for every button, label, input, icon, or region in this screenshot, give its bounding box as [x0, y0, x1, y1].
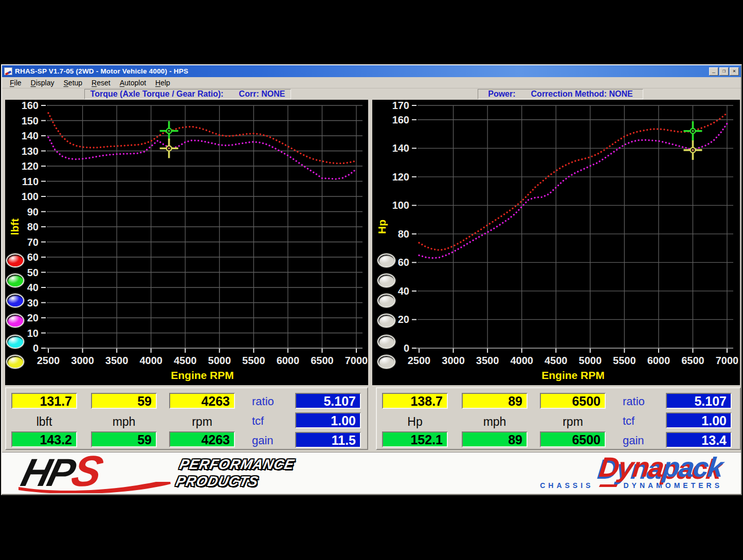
- torque-chart-panel: 0102030405060708090100110120130140150160…: [5, 100, 368, 385]
- svg-text:3000: 3000: [71, 355, 94, 366]
- svg-text:6000: 6000: [647, 355, 670, 366]
- svg-text:160: 160: [22, 100, 39, 111]
- tcf-label: tcf: [623, 414, 664, 428]
- torque-readout-panel: 131.7594263lbftmphrpm143.2594263ratio5.1…: [5, 387, 368, 450]
- svg-text:100: 100: [22, 191, 39, 202]
- power-header: Power: Correction Method: NONE: [478, 89, 643, 99]
- hps-logo: HPS PERFORMANCE PRODUCTS: [17, 455, 347, 492]
- svg-text:4000: 4000: [510, 355, 533, 366]
- power-readout-panel: 138.7896500Hpmphrpm152.1896500ratio5.107…: [376, 387, 741, 450]
- screen: RHAS-SP V1.7-05 (2WD - Motor Vehicle 400…: [0, 0, 743, 560]
- svg-text:5500: 5500: [613, 355, 636, 366]
- menu-file[interactable]: File: [5, 78, 26, 88]
- svg-text:90: 90: [27, 206, 39, 218]
- minimize-button[interactable]: _: [709, 67, 718, 76]
- tcf-value: 1.00: [295, 412, 361, 428]
- channel-button-red[interactable]: [6, 254, 24, 267]
- channel-button-yellow[interactable]: [6, 355, 24, 369]
- power-run-red-curve: [419, 113, 727, 250]
- svg-text:3500: 3500: [105, 355, 129, 366]
- unit-label-rpm: rpm: [540, 415, 606, 429]
- dynapack-wordmark: Dynapack: [538, 453, 723, 481]
- power-header-correction: Correction Method: NONE: [531, 89, 633, 99]
- y-axis-label: Hp: [376, 220, 388, 234]
- svg-text:4000: 4000: [139, 355, 162, 366]
- menu-reset[interactable]: Reset: [87, 78, 115, 88]
- channel-button-green[interactable]: [6, 274, 24, 287]
- menu-setup[interactable]: Setup: [59, 78, 87, 88]
- x-axis-label: Engine RPM: [171, 369, 234, 381]
- yellow-cursor-crosshair[interactable]: [683, 140, 702, 160]
- power-chart[interactable]: 0204060801001201401601702500300035004000…: [372, 100, 740, 385]
- chart-header-strip: Torque (Axle Torque / Gear Ratio): Corr:…: [2, 88, 741, 100]
- gain-label: gain: [252, 434, 293, 447]
- restore-button[interactable]: ❐: [719, 67, 729, 76]
- channel-button-gray-3[interactable]: [377, 294, 395, 308]
- svg-text:160: 160: [392, 114, 409, 125]
- green-cursor-crosshair[interactable]: [683, 121, 702, 141]
- menu-autoplot[interactable]: Autoplot: [115, 78, 151, 88]
- svg-text:20: 20: [27, 312, 39, 323]
- channel-button-gray-1[interactable]: [377, 254, 395, 267]
- dynapack-dash: [599, 484, 618, 487]
- window-title: RHAS-SP V1.7-05 (2WD - Motor Vehicle 400…: [15, 67, 709, 75]
- svg-text:170: 170: [392, 100, 409, 111]
- cursor1-mph-value: 89: [462, 393, 528, 409]
- channel-button-blue[interactable]: [6, 294, 24, 308]
- logo-strip: HPS PERFORMANCE PRODUCTS Dynapack CHASSI…: [2, 453, 741, 494]
- svg-text:80: 80: [398, 228, 409, 240]
- svg-text:6500: 6500: [681, 355, 704, 366]
- channel-button-gray-4[interactable]: [377, 314, 395, 328]
- letterbox-top: [0, 0, 743, 64]
- green-cursor-crosshair[interactable]: [160, 121, 178, 141]
- torque-header-correction: Corr: NONE: [239, 89, 285, 99]
- dynapack-tagline: CHASSIS DYNAMOMETERS: [540, 481, 722, 490]
- gain-value: 13.4: [666, 432, 732, 448]
- svg-text:140: 140: [22, 130, 39, 141]
- unit-label-mph: mph: [91, 415, 157, 429]
- channel-button-magenta[interactable]: [6, 314, 24, 328]
- close-button[interactable]: ✕: [730, 67, 739, 76]
- cursor2-mph-value: 59: [91, 431, 157, 447]
- cursor1-mph-value: 59: [91, 393, 157, 409]
- menu-help[interactable]: Help: [151, 78, 175, 88]
- hps-mark: HPS: [18, 453, 104, 491]
- gain-value: 11.5: [295, 432, 361, 448]
- hps-tagline-line2: PRODUCTS: [174, 473, 293, 490]
- svg-text:60: 60: [398, 257, 409, 268]
- power-header-title: Power:: [488, 89, 515, 99]
- cursor1-rpm-value: 6500: [540, 393, 606, 409]
- title-bar[interactable]: RHAS-SP V1.7-05 (2WD - Motor Vehicle 400…: [2, 65, 741, 77]
- svg-text:100: 100: [392, 200, 409, 211]
- torque-chart[interactable]: 0102030405060708090100110120130140150160…: [5, 100, 368, 385]
- svg-text:7000: 7000: [716, 355, 739, 366]
- svg-text:150: 150: [22, 115, 39, 127]
- svg-text:80: 80: [27, 221, 39, 232]
- svg-text:20: 20: [398, 314, 409, 325]
- channel-button-gray-6[interactable]: [377, 355, 395, 369]
- gain-label: gain: [623, 434, 664, 447]
- power-chart-panel: 0204060801001201401601702500300035004000…: [372, 100, 740, 385]
- menu-display[interactable]: Display: [26, 78, 59, 88]
- svg-text:40: 40: [398, 285, 409, 297]
- ratio-value: 5.107: [295, 393, 361, 409]
- channel-button-gray-2[interactable]: [377, 274, 395, 287]
- cursor2-Hp-value: 152.1: [382, 431, 448, 447]
- window-controls: _❐✕: [709, 67, 739, 76]
- svg-text:6000: 6000: [277, 355, 300, 366]
- cursor2-mph-value: 89: [462, 431, 528, 447]
- dynapack-tag-chassis: CHASSIS: [540, 481, 593, 490]
- x-axis-label: Engine RPM: [541, 369, 605, 381]
- dynapack-word-pack: pack: [662, 451, 724, 482]
- app-icon: [4, 67, 12, 75]
- app-window: RHAS-SP V1.7-05 (2WD - Motor Vehicle 400…: [1, 64, 742, 495]
- torque-header: Torque (Axle Torque / Gear Ratio): Corr:…: [84, 89, 291, 99]
- yellow-cursor-crosshair[interactable]: [160, 138, 178, 158]
- cursor1-rpm-value: 4263: [169, 393, 235, 409]
- svg-text:6500: 6500: [311, 355, 334, 366]
- channel-button-gray-5[interactable]: [377, 335, 395, 349]
- svg-text:5000: 5000: [579, 355, 602, 366]
- channel-button-cyan[interactable]: [6, 335, 24, 349]
- svg-text:3500: 3500: [476, 355, 499, 366]
- svg-text:110: 110: [22, 176, 39, 187]
